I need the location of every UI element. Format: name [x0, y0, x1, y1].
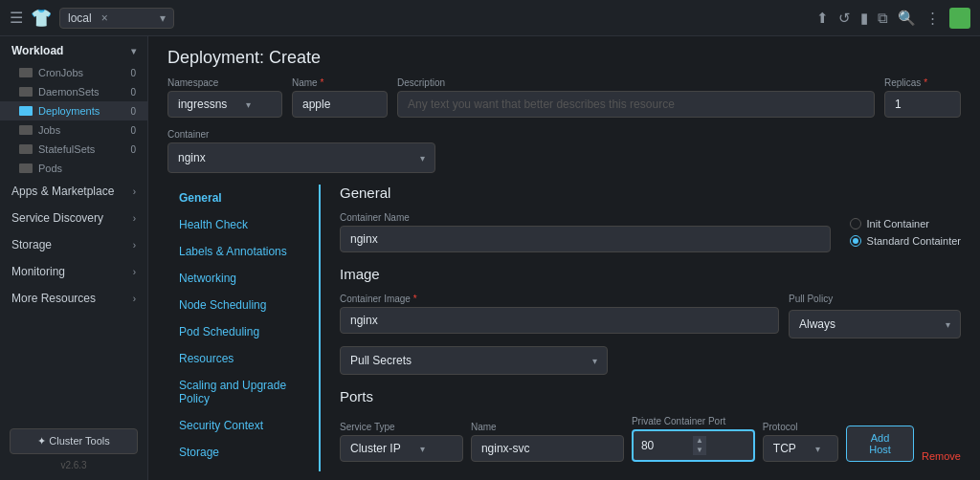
sidebar-item-service-discovery[interactable]: Service Discovery ›: [0, 205, 147, 231]
container-type-radio-group: Init Container Standard Containter: [850, 212, 961, 252]
more-resources-arrow: ›: [133, 294, 136, 304]
upload-icon[interactable]: ⬆: [816, 10, 829, 27]
init-radio-circle: [850, 218, 861, 229]
statefulsets-icon: [19, 144, 33, 154]
version-label: v2.6.3: [10, 460, 138, 470]
standard-container-radio[interactable]: Standard Containter: [850, 235, 961, 247]
description-input[interactable]: [397, 91, 875, 118]
container-name-input[interactable]: [340, 226, 831, 252]
nav-networking[interactable]: Networking: [167, 265, 319, 292]
cronjobs-icon: [19, 68, 33, 77]
private-port-label: Private Container Port: [632, 416, 755, 426]
apps-arrow: ›: [133, 186, 136, 197]
replicas-group: Replicas *: [884, 77, 961, 118]
private-port-input-wrap: ▲ ▼: [632, 429, 755, 462]
nav-general[interactable]: General: [167, 185, 319, 211]
two-panel: General Health Check Labels & Annotation…: [167, 185, 961, 471]
port-down-button[interactable]: ▼: [693, 446, 706, 455]
storage-arrow: ›: [133, 240, 136, 251]
namespace-group: Namespace ingressns ▾: [167, 77, 282, 118]
nav-resources[interactable]: Resources: [167, 345, 319, 372]
topbar-right: ⬆ ↺ ▮ ⧉ 🔍 ⋮: [816, 8, 970, 29]
pull-secrets-row: Pull Secrets ▾: [340, 346, 961, 375]
pull-policy-label: Pull Policy: [789, 294, 961, 304]
sidebar: Workload ▾ CronJobs 0 DaemonSets 0 Deplo…: [0, 36, 148, 480]
general-row: Container Name Init Container Standard C…: [340, 212, 961, 252]
deployments-icon: [19, 106, 33, 116]
nav-scaling[interactable]: Scaling and Upgrade Policy: [167, 372, 319, 412]
container-name-label: Container Name: [340, 212, 831, 223]
cluster-name: local: [68, 11, 92, 25]
name-input[interactable]: [292, 91, 388, 118]
sidebar-item-monitoring[interactable]: Monitoring ›: [0, 258, 147, 285]
main-layout: Workload ▾ CronJobs 0 DaemonSets 0 Deplo…: [0, 36, 980, 480]
add-host-button[interactable]: Add Host: [846, 425, 914, 462]
service-type-value: Cluster IP: [350, 442, 401, 455]
workload-arrow: ▾: [131, 46, 136, 56]
content-area: Deployment: Create Namespace ingressns ▾…: [148, 36, 980, 480]
nav-labels[interactable]: Labels & Annotations: [167, 238, 319, 265]
cluster-tools-button[interactable]: ✦ Cluster Tools: [10, 428, 138, 454]
container-arrow: ▾: [420, 153, 425, 164]
sidebar-item-daemonsets[interactable]: DaemonSets 0: [0, 82, 147, 101]
port-spinners: ▲ ▼: [693, 436, 706, 455]
form-area: Namespace ingressns ▾ Name * Description: [148, 77, 980, 480]
sidebar-item-apps-marketplace[interactable]: Apps & Marketplace ›: [0, 178, 147, 205]
protocol-select[interactable]: TCP ▾: [763, 435, 838, 462]
right-panel: General Container Name Init Container: [321, 185, 961, 471]
copy-icon[interactable]: ⧉: [878, 10, 888, 27]
image-section-title: Image: [340, 266, 961, 282]
monitoring-arrow: ›: [133, 267, 136, 277]
sidebar-item-statefulsets[interactable]: StatefulSets 0: [0, 140, 147, 159]
nav-security[interactable]: Security Context: [167, 412, 319, 439]
service-type-select[interactable]: Cluster IP ▾: [340, 435, 463, 462]
service-type-label: Service Type: [340, 422, 463, 432]
daemonsets-icon: [19, 87, 33, 97]
name-label: Name *: [292, 77, 388, 88]
hamburger-icon[interactable]: ☰: [10, 9, 23, 27]
replicas-input[interactable]: [884, 91, 961, 118]
workload-section: Workload ▾ CronJobs 0 DaemonSets 0 Deplo…: [0, 36, 147, 178]
content-header: Deployment: Create: [148, 36, 980, 77]
pull-secrets-select[interactable]: Pull Secrets ▾: [340, 346, 608, 375]
container-image-input[interactable]: [340, 307, 779, 334]
cluster-tab-arrow[interactable]: ▾: [160, 11, 166, 25]
search-icon[interactable]: 🔍: [898, 10, 916, 27]
workload-header[interactable]: Workload ▾: [0, 36, 147, 63]
remove-button[interactable]: Remove: [922, 450, 961, 462]
sidebar-item-pods[interactable]: Pods: [0, 159, 147, 178]
container-select[interactable]: nginx ▾: [167, 142, 435, 173]
private-port-input[interactable]: [641, 439, 689, 452]
refresh-icon[interactable]: ↺: [838, 10, 851, 27]
nav-node-scheduling[interactable]: Node Scheduling: [167, 292, 319, 318]
sidebar-item-deployments[interactable]: Deployments 0: [0, 101, 147, 120]
container-label: Container: [167, 129, 435, 140]
topbar-left: ☰ 👕 local × ▾: [10, 8, 174, 29]
nav-storage[interactable]: Storage: [167, 439, 319, 466]
pull-secrets-label: Pull Secrets: [350, 354, 592, 367]
init-container-radio[interactable]: Init Container: [850, 218, 961, 229]
container-image-group: Container Image *: [340, 294, 779, 338]
close-tab-button[interactable]: ×: [101, 11, 108, 25]
namespace-select[interactable]: ingressns ▾: [167, 91, 282, 118]
namespace-value: ingressns: [178, 98, 227, 111]
port-up-button[interactable]: ▲: [693, 436, 706, 446]
cluster-tab[interactable]: local × ▾: [59, 8, 174, 29]
private-port-group: Private Container Port ▲ ▼: [632, 416, 755, 462]
container-image-label: Container Image *: [340, 294, 779, 304]
sidebar-item-cronjobs[interactable]: CronJobs 0: [0, 63, 147, 82]
ports-section: Ports Service Type Cluster IP ▾ Name: [340, 388, 961, 462]
ports-section-title: Ports: [340, 388, 961, 404]
sidebar-bottom: ✦ Cluster Tools v2.6.3: [0, 419, 147, 480]
service-arrow: ›: [133, 213, 136, 224]
name-group: Name *: [292, 77, 388, 118]
sidebar-item-more-resources[interactable]: More Resources ›: [0, 285, 147, 312]
nav-health-check[interactable]: Health Check: [167, 211, 319, 238]
port-name-input[interactable]: [471, 435, 624, 462]
sidebar-item-jobs[interactable]: Jobs 0: [0, 120, 147, 140]
port-name-group: Name: [471, 422, 624, 462]
sidebar-item-storage[interactable]: Storage ›: [0, 231, 147, 258]
more-icon[interactable]: ⋮: [925, 10, 940, 27]
pull-policy-select[interactable]: Always ▾: [789, 310, 961, 338]
nav-pod-scheduling[interactable]: Pod Scheduling: [167, 318, 319, 345]
